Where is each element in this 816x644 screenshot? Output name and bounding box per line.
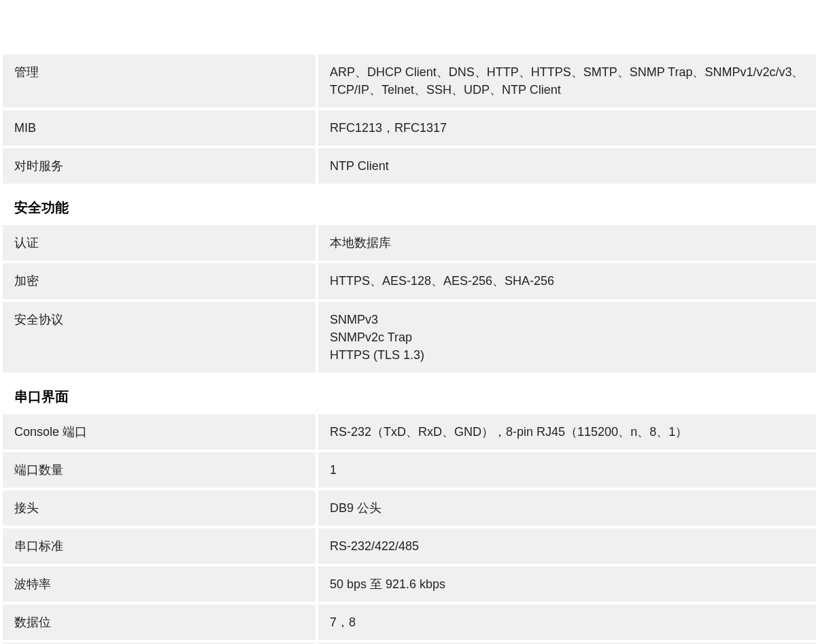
spec-row: 串口标准 RS-232/422/485 [3,528,816,564]
spec-row: 接头 DB9 公头 [3,490,816,526]
spec-label: 数据位 [3,605,316,640]
spec-section-security: 安全功能 认证 本地数据库 加密 HTTPS、AES-128、AES-256、S… [3,186,816,372]
spec-value: RS-232（TxD、RxD、GND），8-pin RJ45（115200、n、… [318,414,816,450]
spec-value: NTP Client [318,148,816,184]
spec-value: 1 [318,452,816,488]
spec-label: Console 端口 [3,414,316,450]
spec-label: 端口数量 [3,452,316,488]
section-heading: 串口界面 [3,375,816,414]
spec-label: 加密 [3,263,316,299]
spec-row: 对时服务 NTP Client [3,148,816,184]
spec-value: SNMPv3 SNMPv2c Trap HTTPS (TLS 1.3) [318,302,816,373]
spec-label: MIB [3,110,316,146]
spec-label: 安全协议 [3,302,316,373]
spec-row: 数据位 7，8 [3,605,816,640]
spec-row: 认证 本地数据库 [3,225,816,260]
spec-section-serial: 串口界面 Console 端口 RS-232（TxD、RxD、GND），8-pi… [3,375,816,644]
spec-row: MIB RFC1213，RFC1317 [3,110,816,146]
spec-label: 认证 [3,225,316,260]
spec-row: 安全协议 SNMPv3 SNMPv2c Trap HTTPS (TLS 1.3) [3,302,816,373]
spec-label: 波特率 [3,566,316,602]
spec-value: 50 bps 至 921.6 kbps [318,566,816,602]
spec-value: ARP、DHCP Client、DNS、HTTP、HTTPS、SMTP、SNMP… [318,54,816,107]
spec-value: 7，8 [318,605,816,640]
spec-label: 串口标准 [3,528,316,564]
spec-row: Console 端口 RS-232（TxD、RxD、GND），8-pin RJ4… [3,414,816,450]
spec-value: RS-232/422/485 [318,528,816,564]
spec-row: 端口数量 1 [3,452,816,488]
spec-row: 波特率 50 bps 至 921.6 kbps [3,566,816,602]
spec-value: DB9 公头 [318,490,816,526]
spec-table: 管理 ARP、DHCP Client、DNS、HTTP、HTTPS、SMTP、S… [0,0,816,644]
section-heading: 安全功能 [3,186,816,225]
spec-label: 接头 [3,490,316,526]
spec-value: 本地数据库 [318,225,816,260]
spec-value: RFC1213，RFC1317 [318,110,816,146]
spec-value: HTTPS、AES-128、AES-256、SHA-256 [318,263,816,299]
spec-row: 管理 ARP、DHCP Client、DNS、HTTP、HTTPS、SMTP、S… [3,54,816,107]
spec-section-management: 管理 ARP、DHCP Client、DNS、HTTP、HTTPS、SMTP、S… [3,54,816,184]
spec-label: 对时服务 [3,148,316,184]
spec-row: 加密 HTTPS、AES-128、AES-256、SHA-256 [3,263,816,299]
spec-label: 管理 [3,54,316,107]
